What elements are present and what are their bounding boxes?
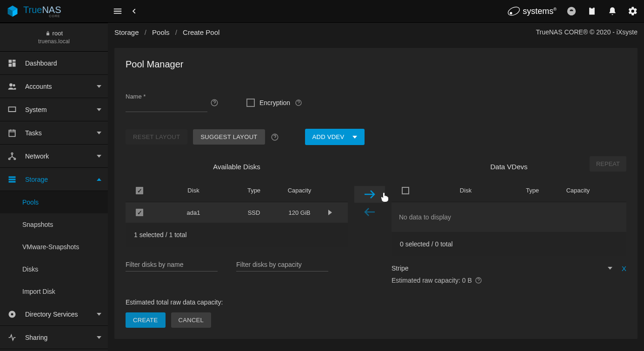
vdev-est-label: Estimated raw capacity: 0 B [392, 277, 472, 284]
nav-sub-pools[interactable]: Pools [0, 191, 108, 213]
row-checkbox[interactable] [136, 209, 143, 216]
gear-icon[interactable] [627, 6, 638, 17]
chevron-down-icon [608, 267, 612, 270]
create-button[interactable]: CREATE [126, 312, 166, 328]
breadcrumb: Storage / Pools / Create Pool [114, 28, 219, 36]
chevron-down-icon [352, 136, 357, 139]
storage-icon [7, 174, 18, 185]
filter-capacity-input[interactable] [236, 258, 328, 272]
table-row[interactable]: ada1 SSD 120 GiB [126, 202, 348, 223]
crumb-pools[interactable]: Pools [152, 28, 170, 36]
data-vdevs-panel: Data VDevs REPEAT Disk Type Capacity No … [392, 159, 626, 284]
brand-logo[interactable]: TrueNAS CORE [6, 4, 108, 18]
est-total-label: Estimated total raw data capacity: [126, 298, 348, 306]
truenas-cube-icon [6, 4, 20, 18]
arrow-left-icon [364, 207, 376, 217]
cell-capacity: 120 GiB [274, 203, 325, 223]
crumb-storage[interactable]: Storage [114, 28, 139, 36]
reset-layout-button: RESET LAYOUT [126, 129, 187, 145]
name-input[interactable] [126, 101, 207, 112]
filter-name-input[interactable] [126, 258, 218, 272]
dashboard-icon [7, 58, 18, 69]
svg-rect-16 [9, 176, 16, 178]
add-vdev-button[interactable]: ADD VDEV [305, 129, 365, 145]
network-icon [7, 151, 18, 162]
repeat-button[interactable]: REPEAT [590, 156, 626, 172]
lock-icon [45, 31, 51, 36]
nav-network[interactable]: Network [0, 145, 108, 168]
suggest-layout-button[interactable]: SUGGEST LAYOUT [193, 129, 265, 145]
select-all-checkbox[interactable] [136, 187, 143, 194]
svg-point-20 [11, 313, 13, 315]
vdevs-footer: 0 selected / 0 total [392, 232, 626, 256]
svg-rect-6 [13, 60, 16, 61]
nav-sub-import[interactable]: Import Disk [0, 280, 108, 303]
back-icon[interactable] [131, 8, 138, 14]
nav-storage[interactable]: Storage [0, 168, 108, 191]
chevron-down-icon [97, 85, 101, 88]
user-name: root [0, 30, 108, 37]
copyright-text: TrueNAS CORE® © 2020 - iXsyste [536, 28, 637, 36]
move-right-button[interactable] [354, 186, 385, 203]
vdev-remove-button[interactable]: X [622, 265, 626, 272]
sidebar: root truenas.local Dashboard Accounts Sy… [0, 23, 108, 351]
nav-tasks[interactable]: Tasks [0, 121, 108, 145]
available-disks-panel: Available Disks Disk Type Capacity ada1 [126, 159, 348, 328]
transfer-controls [354, 186, 385, 220]
svg-point-1 [510, 12, 512, 14]
svg-point-9 [9, 83, 13, 86]
vdev-type-value: Stripe [392, 265, 608, 272]
menu-icon[interactable] [113, 6, 123, 16]
clipboard-icon[interactable] [586, 6, 598, 17]
vdev-type-select[interactable]: Stripe [392, 265, 612, 272]
user-box: root truenas.local [0, 23, 108, 52]
chevron-down-icon [97, 155, 101, 158]
nav-directory[interactable]: Directory Services [0, 303, 108, 326]
system-icon [7, 104, 18, 115]
chevron-down-icon [97, 132, 101, 134]
nav-sub-vmware[interactable]: VMware-Snapshots [0, 236, 108, 258]
move-left-button[interactable] [354, 204, 385, 220]
chevron-right-icon[interactable] [328, 210, 332, 215]
nav-label: Storage [25, 176, 48, 183]
svg-point-10 [13, 84, 15, 86]
nav-sub-disks[interactable]: Disks [0, 258, 108, 280]
name-label: Name * [126, 93, 207, 100]
bell-icon[interactable] [607, 6, 618, 17]
user-host: truenas.local [0, 38, 108, 45]
nav-label: Sharing [25, 334, 47, 341]
svg-rect-5 [9, 60, 12, 63]
chevron-down-icon [97, 313, 101, 316]
nav-dashboard[interactable]: Dashboard [0, 52, 108, 75]
col-type: Type [233, 179, 274, 202]
cell-type: SSD [233, 203, 274, 223]
help-icon[interactable] [475, 277, 482, 284]
nav-sharing[interactable]: Sharing [0, 326, 108, 349]
nav-system[interactable]: System [0, 98, 108, 121]
help-icon[interactable] [271, 133, 279, 141]
available-footer: 1 selected / 1 total [126, 223, 348, 247]
ix-mark-icon [507, 5, 521, 17]
col-capacity: Capacity [274, 179, 325, 202]
svg-rect-12 [9, 130, 15, 136]
col-type: Type [512, 179, 553, 202]
nav-label: Accounts [25, 83, 52, 90]
help-icon[interactable] [295, 99, 302, 106]
svg-rect-18 [9, 181, 16, 182]
nav-sub-snapshots[interactable]: Snapshots [0, 213, 108, 236]
encryption-checkbox[interactable] [246, 99, 255, 107]
name-field: Name * [126, 93, 207, 112]
pool-manager-card: Pool Manager Name * Encryption RESET LAY… [114, 48, 637, 339]
available-table: Disk Type Capacity ada1 SSD 120 GiB [126, 179, 348, 247]
select-all-checkbox[interactable] [402, 187, 409, 194]
help-icon[interactable] [210, 99, 219, 107]
nav-accounts[interactable]: Accounts [0, 75, 108, 98]
tasks-icon [7, 127, 18, 139]
chevron-up-icon [97, 178, 101, 181]
cancel-button[interactable]: CANCEL [171, 312, 212, 328]
status-icon[interactable] [566, 6, 577, 17]
ixsystems-logo[interactable]: systems® [507, 5, 557, 17]
svg-rect-11 [9, 107, 16, 112]
cell-disk: ada1 [153, 203, 233, 223]
col-capacity: Capacity [553, 179, 603, 202]
